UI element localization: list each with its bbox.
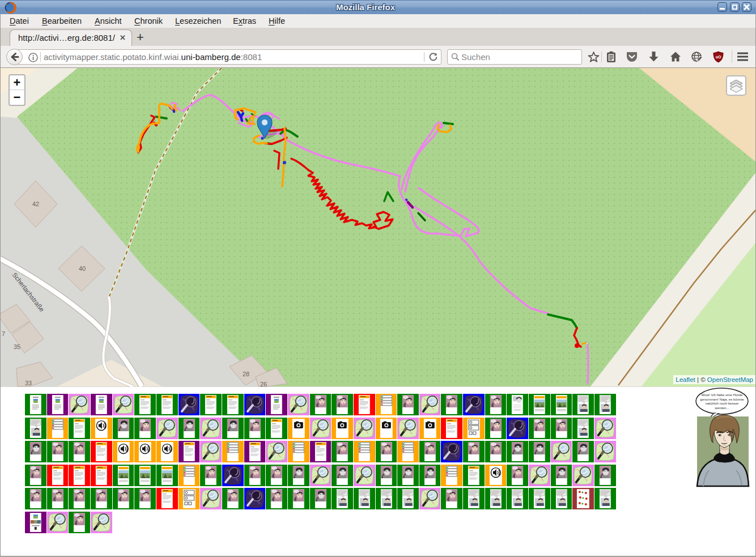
svg-text:werden...: werden... bbox=[714, 406, 729, 410]
svg-text:40: 40 bbox=[79, 265, 86, 272]
svg-text:26: 26 bbox=[260, 381, 267, 387]
svg-text:Wow! Ich habe eine Hürde: Wow! Ich habe eine Hürde bbox=[702, 393, 743, 397]
svg-text:uO: uO bbox=[716, 55, 721, 59]
svg-text:genommen! Naja, es könnte: genommen! Naja, es könnte bbox=[700, 397, 744, 401]
svg-text:42: 42 bbox=[32, 201, 39, 207]
svg-text:33: 33 bbox=[25, 380, 32, 386]
svg-text:natürlich noch besser: natürlich noch besser bbox=[706, 401, 739, 405]
svg-text:7: 7 bbox=[2, 330, 5, 337]
svg-text:35: 35 bbox=[14, 343, 20, 350]
svg-text:28: 28 bbox=[243, 371, 249, 377]
